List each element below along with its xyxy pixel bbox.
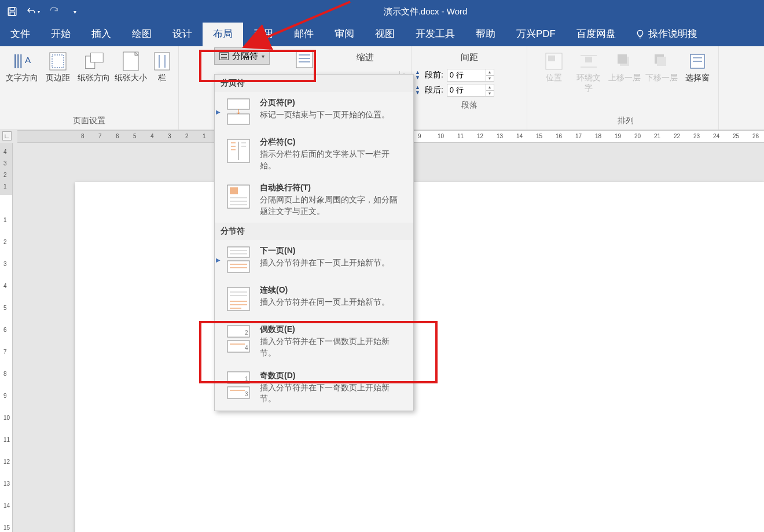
wrap-text-button: 环绕文 字 <box>571 49 606 93</box>
svg-rect-35 <box>227 261 249 272</box>
wrap-text-icon <box>578 51 599 72</box>
breaks-dropdown: 分页符 ▶ 分页符(P)标记一页结束与下一页开始的位置。 分栏符(C)指示分栏符… <box>214 74 414 411</box>
position-button: 位置 <box>537 49 571 83</box>
svg-rect-9 <box>155 53 170 70</box>
group-page-setup: A 文字方向 页边距 纸张方向 纸张大小 栏 页面设置 <box>0 46 179 130</box>
send-backward-button: 下移一层 <box>643 49 680 83</box>
svg-rect-12 <box>296 50 313 68</box>
selected-indicator-icon: ▶ <box>216 109 221 115</box>
svg-rect-17 <box>548 56 555 61</box>
tab-review[interactable]: 审阅 <box>324 23 365 46</box>
svg-text:2: 2 <box>245 330 248 336</box>
dd-item-odd-page[interactable]: 13 奇数页(D)插入分节符并在下一奇数页上开始新节。 <box>215 365 413 411</box>
spacing-after-icon: ▲▼ <box>415 85 420 95</box>
svg-rect-2 <box>10 12 14 16</box>
tab-file[interactable]: 文件 <box>0 23 41 46</box>
dd-item-next-page[interactable]: ▶ 下一页(N)插入分节符并在下一页上开始新节。 <box>215 240 413 279</box>
selected-indicator-icon: ▶ <box>216 257 221 263</box>
svg-text:A: A <box>25 55 31 65</box>
svg-text:4: 4 <box>245 345 248 351</box>
spacing-before-label: 段前: <box>425 70 443 80</box>
spacing-after-label: 段后: <box>425 85 443 95</box>
svg-text:1: 1 <box>245 376 248 382</box>
dd-item-page-break[interactable]: ▶ 分页符(P)标记一页结束与下一页开始的位置。 <box>215 92 413 131</box>
text-wrapping-icon <box>225 183 252 210</box>
page-break-icon <box>225 98 252 125</box>
tab-insert[interactable]: 插入 <box>81 23 122 46</box>
svg-rect-36 <box>227 287 249 311</box>
tab-home[interactable]: 开始 <box>41 23 81 46</box>
group-label-page-setup: 页面设置 <box>3 113 175 130</box>
size-button[interactable]: 纸张大小 <box>112 49 149 83</box>
tab-design[interactable]: 设计 <box>162 23 203 46</box>
tab-selector[interactable]: ∟ <box>2 131 12 141</box>
tell-me-label: 操作说明搜 <box>648 27 697 40</box>
tab-mailings[interactable]: 邮件 <box>284 23 324 46</box>
columns-button[interactable]: 栏 <box>149 49 175 83</box>
dd-item-column-break[interactable]: 分栏符(C)指示分栏符后面的文字将从下一栏开始。 <box>215 131 413 177</box>
spacing-before-icon: ▲▼ <box>415 70 420 80</box>
text-direction-button[interactable]: A 文字方向 <box>3 49 41 83</box>
margins-button[interactable]: 页边距 <box>41 49 75 83</box>
svg-rect-33 <box>230 187 238 194</box>
dd-item-even-page[interactable]: 24 偶数页(E)插入分节符并在下一偶数页上开始新节。 <box>215 319 413 364</box>
manuscript-icon <box>294 49 315 69</box>
text-direction-icon: A <box>12 51 32 72</box>
indent-header: 缩进 <box>322 52 407 63</box>
svg-rect-24 <box>657 57 666 66</box>
dd-item-continuous[interactable]: 连续(O)插入分节符并在同一页上开始新节。 <box>215 279 413 319</box>
continuous-icon <box>225 285 252 313</box>
svg-rect-22 <box>618 54 627 64</box>
spacing-header: 间距 <box>415 52 523 63</box>
dd-item-text-wrapping[interactable]: 自动换行符(T)分隔网页上的对象周围的文字，如分隔题注文字与正文。 <box>215 177 413 223</box>
orientation-icon <box>83 51 104 72</box>
tab-wanxing-pdf[interactable]: 万兴PDF <box>506 23 566 46</box>
column-break-icon <box>225 137 252 165</box>
title-bar: ▾ ▾ 演示文件.docx - Word <box>0 0 764 23</box>
svg-text:3: 3 <box>245 391 248 397</box>
chevron-down-icon: ▾ <box>262 53 265 60</box>
tab-layout[interactable]: 布局 <box>203 23 243 46</box>
selection-pane-button[interactable]: 选择窗 <box>680 49 715 83</box>
even-page-icon: 24 <box>225 324 252 352</box>
tab-developer[interactable]: 开发工具 <box>405 23 465 46</box>
redo-icon[interactable] <box>46 4 61 19</box>
odd-page-icon: 13 <box>225 371 252 398</box>
bring-forward-button: 上移一层 <box>606 49 643 83</box>
position-icon <box>543 51 564 72</box>
svg-rect-1 <box>10 8 14 10</box>
undo-icon[interactable]: ▾ <box>25 4 41 19</box>
dd-header-section-breaks: 分节符 <box>215 223 413 240</box>
group-spacing: 间距 ▲▼ 段前: 0 行▴▾ ▲▼ 段后: 0 行▴▾ 段落 <box>412 46 527 130</box>
breaks-split-button[interactable]: 分隔符 ▾ <box>214 47 270 65</box>
ribbon-tabs: 文件 开始 插入 绘图 设计 布局 引用 邮件 审阅 视图 开发工具 帮助 万兴… <box>0 23 764 46</box>
svg-rect-28 <box>227 99 249 109</box>
qat-customize-icon[interactable]: ▾ <box>67 4 82 19</box>
group-arrange: 位置 环绕文 字 上移一层 下移一层 选择窗 排列 <box>533 46 719 130</box>
next-page-icon <box>225 246 252 274</box>
breaks-label: 分隔符 <box>232 51 258 62</box>
svg-rect-29 <box>227 114 249 124</box>
tell-me[interactable]: 操作说明搜 <box>626 23 707 46</box>
save-icon[interactable] <box>5 4 20 19</box>
size-icon <box>120 51 141 72</box>
window-title: 演示文件.docx - Word <box>87 6 764 17</box>
spacing-after-field[interactable]: 0 行▴▾ <box>447 84 494 97</box>
tab-draw[interactable]: 绘图 <box>122 23 162 46</box>
vertical-ruler[interactable]: 4321123456789101112131415 <box>0 143 13 532</box>
tab-references[interactable]: 引用 <box>243 23 284 46</box>
tab-baidu-netdisk[interactable]: 百度网盘 <box>566 23 626 46</box>
svg-rect-7 <box>91 53 104 62</box>
breaks-icon <box>219 52 229 60</box>
svg-rect-34 <box>227 247 249 257</box>
tab-view[interactable]: 视图 <box>365 23 405 46</box>
spacing-before-field[interactable]: 0 行▴▾ <box>447 69 494 82</box>
group-label-paragraph: 段落 <box>415 98 523 114</box>
columns-icon <box>152 51 172 72</box>
orientation-button[interactable]: 纸张方向 <box>75 49 112 83</box>
tab-help[interactable]: 帮助 <box>465 23 506 46</box>
selection-pane-icon <box>687 51 708 72</box>
group-label-arrange: 排列 <box>537 113 715 130</box>
lightbulb-icon <box>636 29 645 39</box>
document-page[interactable] <box>75 182 764 532</box>
